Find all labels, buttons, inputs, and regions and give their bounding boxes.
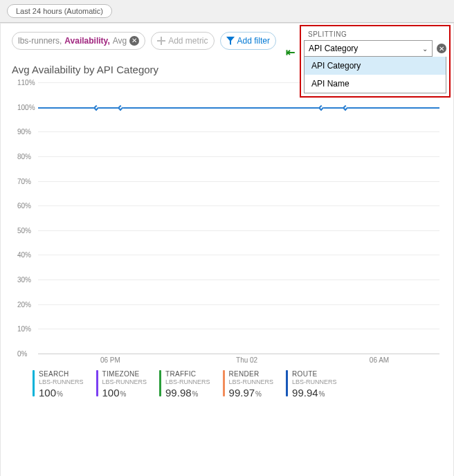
splitting-select[interactable]: API Category ⌄ xyxy=(304,40,433,57)
y-tick-label: 20% xyxy=(17,300,31,308)
chart-area: 110%100%90%80%70%60%50%40%30%20%10%0% 06… xyxy=(17,82,442,366)
legend-series-name: TRAFFIC xyxy=(165,370,210,378)
dropdown-option[interactable]: API Category xyxy=(305,57,446,75)
dropdown-option[interactable]: API Name xyxy=(305,75,446,93)
chart-line xyxy=(38,107,439,109)
splitting-value: API Category xyxy=(309,44,358,53)
legend-series-value: 99.98% xyxy=(165,387,210,399)
y-tick-label: 50% xyxy=(17,226,31,234)
topbar: Last 24 hours (Automatic) xyxy=(0,0,454,23)
close-icon[interactable]: ✕ xyxy=(437,44,446,53)
legend-color-bar xyxy=(286,370,288,396)
close-icon[interactable]: ✕ xyxy=(129,36,139,46)
main-panel: lbs-runners, Availability, Avg ✕ Add met… xyxy=(0,23,454,476)
y-tick-label: 30% xyxy=(17,276,31,284)
add-metric-button[interactable]: Add metric xyxy=(151,32,214,50)
add-filter-label: Add filter xyxy=(237,36,270,46)
filter-icon xyxy=(226,37,235,45)
plus-icon xyxy=(157,37,165,45)
chevron-down-icon: ⌄ xyxy=(422,45,428,53)
add-filter-button[interactable]: Add filter xyxy=(220,32,276,50)
time-range-pill[interactable]: Last 24 hours (Automatic) xyxy=(7,4,112,18)
legend-color-bar xyxy=(223,370,225,396)
legend-row: SEARCHLBS-RUNNERS100%TIMEZONELBS-RUNNERS… xyxy=(12,370,442,399)
legend-series-value: 100% xyxy=(39,387,84,399)
legend-color-bar xyxy=(33,370,35,396)
y-tick-label: 0% xyxy=(17,350,27,358)
legend-item[interactable]: ROUTELBS-RUNNERS99.94% xyxy=(286,370,337,399)
x-tick-label: 06 AM xyxy=(370,356,389,364)
legend-series-value: 99.97% xyxy=(229,387,274,399)
x-axis: 06 PMThu 0206 AM xyxy=(38,354,439,366)
metric-pill[interactable]: lbs-runners, Availability, Avg ✕ xyxy=(12,32,145,50)
splitting-panel: ⇤ SPLITTING API Category ⌄ ✕ API Categor… xyxy=(300,25,451,98)
x-tick-label: 06 PM xyxy=(100,356,120,364)
legend-item[interactable]: TRAFFICLBS-RUNNERS99.98% xyxy=(159,370,210,399)
legend-series-subtitle: LBS-RUNNERS xyxy=(39,378,84,385)
legend-color-bar xyxy=(96,370,98,396)
y-tick-label: 80% xyxy=(17,152,31,160)
metric-source: lbs-runners, xyxy=(18,36,62,46)
y-tick-label: 90% xyxy=(17,128,31,136)
legend-series-value: 100% xyxy=(102,387,147,399)
chart-grid xyxy=(38,82,439,354)
y-tick-label: 70% xyxy=(17,177,31,185)
y-tick-label: 100% xyxy=(17,103,35,111)
splitting-dropdown: API Category API Name xyxy=(304,57,446,93)
y-tick-label: 110% xyxy=(17,79,35,86)
legend-item[interactable]: SEARCHLBS-RUNNERS100% xyxy=(33,370,84,399)
splitting-label: SPLITTING xyxy=(308,30,446,38)
legend-series-subtitle: LBS-RUNNERS xyxy=(102,378,147,385)
legend-series-value: 99.94% xyxy=(292,387,337,399)
legend-series-subtitle: LBS-RUNNERS xyxy=(292,378,337,385)
add-metric-label: Add metric xyxy=(168,36,208,46)
legend-series-name: RENDER xyxy=(229,370,274,378)
y-tick-label: 40% xyxy=(17,251,31,259)
legend-color-bar xyxy=(159,370,161,396)
legend-series-subtitle: LBS-RUNNERS xyxy=(229,378,274,385)
x-tick-label: Thu 02 xyxy=(236,356,257,364)
legend-series-subtitle: LBS-RUNNERS xyxy=(165,378,210,385)
legend-series-name: ROUTE xyxy=(292,370,337,378)
y-tick-label: 60% xyxy=(17,202,31,210)
y-tick-label: 10% xyxy=(17,325,31,333)
metric-agg: Avg xyxy=(113,36,127,46)
metric-name: Availability, xyxy=(64,36,109,46)
collapse-icon[interactable]: ⇤ xyxy=(286,46,295,59)
legend-series-name: TIMEZONE xyxy=(102,370,147,378)
legend-item[interactable]: RENDERLBS-RUNNERS99.97% xyxy=(223,370,274,399)
legend-series-name: SEARCH xyxy=(39,370,84,378)
legend-item[interactable]: TIMEZONELBS-RUNNERS100% xyxy=(96,370,147,399)
